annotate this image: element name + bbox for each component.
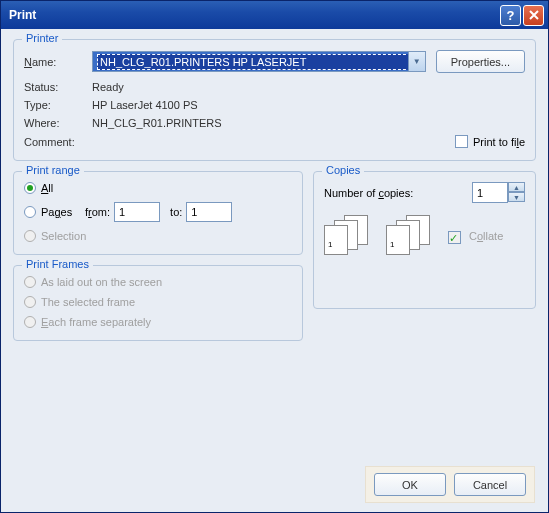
frames-selected-radio (24, 296, 36, 308)
frames-layout-label: As laid out on the screen (41, 276, 162, 288)
frames-selected-label: The selected frame (41, 296, 135, 308)
printer-legend: Printer (22, 32, 62, 44)
close-icon (529, 10, 539, 20)
ok-button[interactable]: OK (374, 473, 446, 496)
range-all-label: All (41, 182, 53, 194)
frames-layout-radio (24, 276, 36, 288)
print-frames-group: Print Frames As laid out on the screen T… (13, 265, 303, 341)
collate-label: Collate (469, 230, 503, 242)
from-field[interactable]: 1 (114, 202, 160, 222)
status-value: Ready (92, 81, 124, 93)
collate-illustration-icon: 321 (386, 215, 436, 259)
cancel-button[interactable]: Cancel (454, 473, 526, 496)
copies-value[interactable]: 1 (472, 182, 508, 203)
copies-legend: Copies (322, 164, 364, 176)
to-label: to: (170, 206, 182, 218)
range-selection-radio (24, 230, 36, 242)
dialog-buttons: OK Cancel (365, 466, 535, 503)
frames-legend: Print Frames (22, 258, 93, 270)
range-legend: Print range (22, 164, 84, 176)
print-range-group: Print range All Pages from: 1 to: 1 (13, 171, 303, 255)
spin-up-button[interactable]: ▲ (508, 182, 525, 192)
type-label: Type: (24, 99, 92, 111)
chevron-down-icon[interactable]: ▼ (408, 52, 425, 71)
range-pages-radio[interactable] (24, 206, 36, 218)
collate-checkbox (448, 231, 461, 244)
print-dialog: Print ? Printer Name: NH_CLG_R01.PRINTER… (0, 0, 549, 513)
status-label: Status: (24, 81, 92, 93)
comment-label: Comment: (24, 136, 92, 148)
frames-each-label: Each frame separately (41, 316, 151, 328)
from-label: from: (85, 206, 110, 218)
copies-group: Copies Number of copies: 1 ▲ ▼ (313, 171, 536, 309)
collate-illustration-icon: 321 (324, 215, 374, 259)
frames-each-radio (24, 316, 36, 328)
printer-name-dropdown[interactable]: NH_CLG_R01.PRINTERS HP LASERJET ▼ (92, 51, 426, 72)
printer-group: Printer Name: NH_CLG_R01.PRINTERS HP LAS… (13, 39, 536, 161)
titlebar[interactable]: Print ? (1, 1, 548, 29)
type-value: HP LaserJet 4100 PS (92, 99, 198, 111)
spin-down-button[interactable]: ▼ (508, 192, 525, 202)
print-to-file-checkbox[interactable] (455, 135, 468, 148)
range-selection-label: Selection (41, 230, 86, 242)
name-label: Name: (24, 56, 92, 68)
num-copies-label: Number of copies: (324, 187, 413, 199)
print-to-file-label: Print to file (473, 136, 525, 148)
help-button[interactable]: ? (500, 5, 521, 26)
printer-name-value: NH_CLG_R01.PRINTERS HP LASERJET (97, 54, 421, 70)
close-button[interactable] (523, 5, 544, 26)
copies-spinner[interactable]: 1 ▲ ▼ (472, 182, 525, 203)
range-pages-label: Pages (41, 206, 85, 218)
range-all-radio[interactable] (24, 182, 36, 194)
properties-button[interactable]: Properties... (436, 50, 525, 73)
window-title: Print (9, 8, 498, 22)
to-field[interactable]: 1 (186, 202, 232, 222)
where-label: Where: (24, 117, 92, 129)
where-value: NH_CLG_R01.PRINTERS (92, 117, 222, 129)
